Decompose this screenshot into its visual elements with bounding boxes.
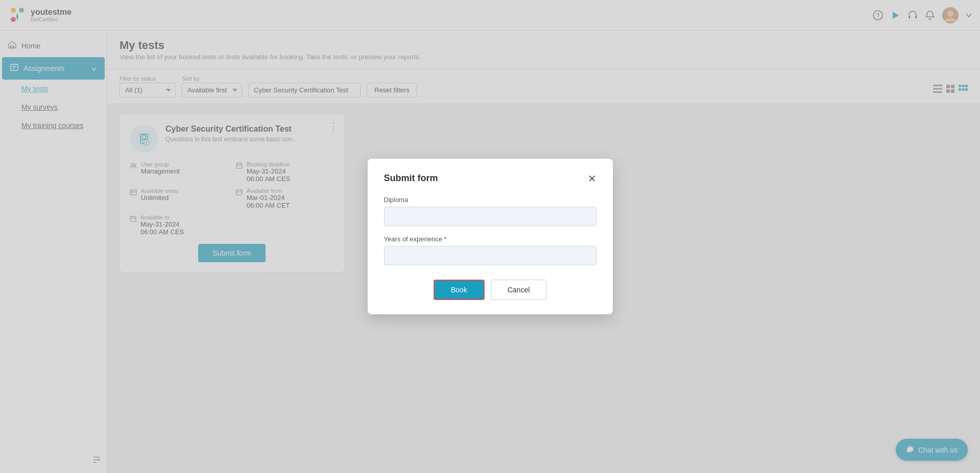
diploma-label: Diploma [384,196,596,204]
years-experience-group: Years of experience * [384,235,596,265]
submit-form-modal: Submit form ✕ Diploma Years of experienc… [368,159,613,314]
diploma-input[interactable] [384,207,596,226]
modal-actions: Book Cancel [384,280,596,300]
modal-title: Submit form [384,173,438,184]
years-experience-input[interactable] [384,246,596,265]
modal-overlay: Submit form ✕ Diploma Years of experienc… [0,0,980,473]
cancel-button[interactable]: Cancel [491,280,547,300]
book-button[interactable]: Book [434,280,485,300]
modal-header: Submit form ✕ [384,173,596,184]
modal-close-button[interactable]: ✕ [588,173,596,184]
diploma-group: Diploma [384,196,596,226]
years-experience-label: Years of experience * [384,235,596,243]
